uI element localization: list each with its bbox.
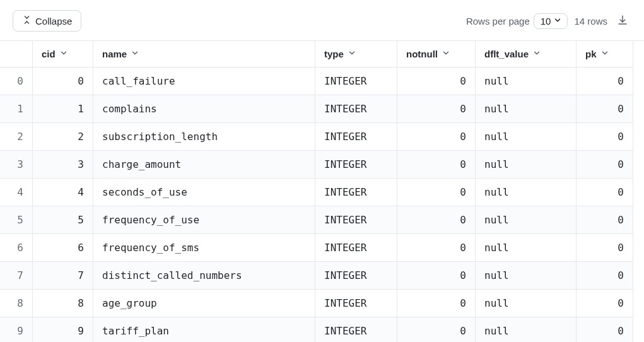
cell-notnull[interactable]: 0: [397, 68, 476, 95]
cell-dflt-value[interactable]: null: [476, 317, 577, 342]
cell-name[interactable]: frequency_of_sms: [93, 234, 315, 262]
cell-type[interactable]: INTEGER: [315, 262, 397, 290]
column-header-index: [0, 41, 33, 68]
cell-cid[interactable]: 0: [33, 68, 93, 95]
cell-notnull[interactable]: 0: [397, 179, 476, 206]
total-rows-label: 14 rows: [574, 16, 607, 27]
cell-cid[interactable]: 2: [33, 123, 93, 151]
cell-type[interactable]: INTEGER: [315, 68, 397, 95]
toolbar: Collapse Rows per page 10 14 rows: [0, 0, 644, 40]
cell-type[interactable]: INTEGER: [315, 123, 397, 151]
cell-dflt-value[interactable]: null: [476, 123, 577, 151]
cell-name[interactable]: seconds_of_use: [93, 179, 315, 206]
toolbar-right: Rows per page 10 14 rows: [466, 12, 631, 30]
rows-per-page-control: Rows per page 10: [466, 13, 568, 29]
column-header-name[interactable]: name: [93, 41, 315, 68]
chevron-down-icon: [348, 49, 356, 59]
cell-type[interactable]: INTEGER: [315, 179, 397, 206]
cell-dflt-value[interactable]: null: [476, 206, 577, 234]
cell-notnull[interactable]: 0: [397, 317, 476, 342]
row-index[interactable]: 9: [0, 317, 33, 342]
cell-dflt-value[interactable]: null: [476, 95, 577, 123]
cell-pk[interactable]: 0: [577, 123, 633, 151]
cell-type[interactable]: INTEGER: [315, 206, 397, 234]
cell-notnull[interactable]: 0: [397, 151, 476, 179]
column-header-cid[interactable]: cid: [33, 41, 93, 68]
cell-type[interactable]: INTEGER: [315, 95, 397, 123]
cell-name[interactable]: charge_amount: [93, 151, 315, 179]
cell-notnull[interactable]: 0: [397, 206, 476, 234]
cell-pk[interactable]: 0: [577, 262, 633, 290]
rows-per-page-label: Rows per page: [466, 16, 530, 27]
row-index[interactable]: 8: [0, 290, 33, 317]
cell-name[interactable]: distinct_called_numbers: [93, 262, 315, 290]
cell-type[interactable]: INTEGER: [315, 151, 397, 179]
cell-pk[interactable]: 0: [577, 290, 633, 317]
cell-pk[interactable]: 0: [577, 206, 633, 234]
chevron-down-icon: [131, 49, 139, 59]
cell-cid[interactable]: 6: [33, 234, 93, 262]
row-index[interactable]: 0: [0, 68, 33, 95]
cell-dflt-value[interactable]: null: [476, 68, 577, 95]
row-index[interactable]: 6: [0, 234, 33, 262]
cell-notnull[interactable]: 0: [397, 123, 476, 151]
cell-name[interactable]: frequency_of_use: [93, 206, 315, 234]
chevron-down-icon: [532, 49, 541, 59]
column-header-notnull[interactable]: notnull: [397, 41, 476, 68]
row-index[interactable]: 5: [0, 206, 33, 234]
cell-notnull[interactable]: 0: [397, 262, 476, 290]
cell-cid[interactable]: 1: [33, 95, 93, 123]
cell-name[interactable]: call_failure: [93, 68, 315, 95]
collapse-label: Collapse: [35, 16, 72, 27]
column-header-pk[interactable]: pk: [577, 41, 633, 68]
cell-notnull[interactable]: 0: [397, 290, 476, 317]
cell-type[interactable]: INTEGER: [315, 317, 397, 342]
column-header-label: notnull: [406, 49, 438, 59]
cell-cid[interactable]: 9: [33, 317, 93, 342]
chevron-down-icon: [442, 49, 450, 59]
rows-per-page-value: 10: [541, 16, 551, 27]
cell-name[interactable]: age_group: [93, 290, 315, 317]
collapse-icon: [22, 15, 32, 27]
cell-cid[interactable]: 3: [33, 151, 93, 179]
chevron-down-icon: [553, 16, 562, 27]
column-header-dflt-value[interactable]: dflt_value: [476, 41, 577, 68]
cell-cid[interactable]: 7: [33, 262, 93, 290]
collapse-button[interactable]: Collapse: [13, 10, 81, 32]
column-header-type[interactable]: type: [315, 41, 397, 68]
cell-pk[interactable]: 0: [577, 317, 633, 342]
download-button[interactable]: [614, 12, 631, 30]
cell-pk[interactable]: 0: [577, 179, 633, 206]
cell-notnull[interactable]: 0: [397, 234, 476, 262]
cell-pk[interactable]: 0: [577, 151, 633, 179]
data-table: cid name type notnull dflt_value pk 00ca…: [0, 40, 644, 342]
download-icon: [617, 15, 628, 28]
cell-dflt-value[interactable]: null: [476, 262, 577, 290]
column-header-label: cid: [42, 49, 56, 59]
column-header-label: type: [324, 49, 344, 59]
cell-dflt-value[interactable]: null: [476, 234, 577, 262]
cell-type[interactable]: INTEGER: [315, 290, 397, 317]
cell-dflt-value[interactable]: null: [476, 151, 577, 179]
cell-name[interactable]: tariff_plan: [93, 317, 315, 342]
cell-name[interactable]: subscription_length: [93, 123, 315, 151]
cell-cid[interactable]: 4: [33, 179, 93, 206]
cell-type[interactable]: INTEGER: [315, 234, 397, 262]
chevron-down-icon: [600, 49, 609, 59]
cell-name[interactable]: complains: [93, 95, 315, 123]
cell-pk[interactable]: 0: [577, 68, 633, 95]
cell-cid[interactable]: 8: [33, 290, 93, 317]
row-index[interactable]: 4: [0, 179, 33, 206]
cell-dflt-value[interactable]: null: [476, 179, 577, 206]
cell-cid[interactable]: 5: [33, 206, 93, 234]
cell-pk[interactable]: 0: [577, 95, 633, 123]
cell-pk[interactable]: 0: [577, 234, 633, 262]
row-index[interactable]: 1: [0, 95, 33, 123]
cell-dflt-value[interactable]: null: [476, 290, 577, 317]
row-index[interactable]: 3: [0, 151, 33, 179]
rows-per-page-select[interactable]: 10: [534, 13, 568, 29]
row-index[interactable]: 7: [0, 262, 33, 290]
cell-notnull[interactable]: 0: [397, 95, 476, 123]
column-header-label: dflt_value: [484, 49, 529, 59]
row-index[interactable]: 2: [0, 123, 33, 151]
